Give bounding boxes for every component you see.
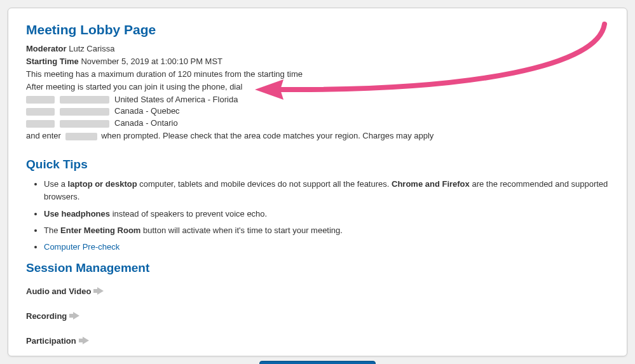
redacted-number: [60, 108, 109, 116]
lobby-card: Meeting Lobby Page Moderator Lutz Cariss…: [8, 8, 627, 356]
redacted-pin: [65, 133, 97, 140]
redacted-number: [26, 108, 55, 116]
precheck-link[interactable]: Computer Pre-check: [44, 242, 119, 252]
page-title: Meeting Lobby Page: [26, 22, 609, 37]
moderator-label: Moderator: [26, 44, 67, 53]
session-item-label: Audio and Video: [26, 286, 91, 296]
session-item-label: Recording: [26, 311, 67, 321]
moderator-line: Moderator Lutz Carissa: [26, 43, 609, 55]
redacted-number: [26, 120, 55, 128]
pin-suffix: when prompted. Please check that the are…: [101, 131, 434, 140]
redacted-number: [60, 120, 109, 128]
pin-line: and enter when prompted. Please check th…: [26, 130, 609, 142]
dial-row: United States of America - Florida: [26, 94, 609, 106]
duration-note: This meeting has a maximum duration of 1…: [26, 68, 609, 81]
tips-list: Use a laptop or desktop computer, tablet…: [26, 178, 609, 253]
arrow-right-icon: [97, 287, 104, 295]
start-time-line: Starting Time November 5, 2019 at 1:00:1…: [26, 55, 609, 68]
session-participation[interactable]: Participation: [26, 336, 609, 346]
dial-row: Canada - Quebec: [26, 105, 609, 118]
session-mgmt-heading: Session Management: [26, 261, 609, 275]
dial-region: Canada - Ontario: [114, 118, 178, 130]
session-audio-video[interactable]: Audio and Video: [26, 286, 609, 296]
session-item-label: Participation: [26, 336, 76, 346]
start-time-label: Starting Time: [26, 57, 79, 66]
arrow-right-icon: [73, 312, 79, 320]
tip-item: Use a laptop or desktop computer, tablet…: [44, 178, 609, 203]
dial-region: United States of America - Florida: [114, 94, 238, 106]
arrow-right-icon: [83, 337, 89, 344]
dial-region: Canada - Quebec: [114, 105, 180, 118]
dial-intro: After meeting is started you can join it…: [26, 81, 609, 93]
enter-meeting-button[interactable]: Enter Meeting Room: [259, 361, 375, 364]
session-recording[interactable]: Recording: [26, 311, 609, 321]
dial-row: Canada - Ontario: [26, 118, 609, 130]
redacted-number: [60, 96, 109, 104]
tip-item: The Enter Meeting Room button will activ…: [44, 224, 609, 237]
redacted-number: [26, 96, 55, 104]
start-time-value: November 5, 2019 at 1:00:10 PM MST: [81, 57, 222, 66]
moderator-value: Lutz Carissa: [69, 44, 114, 53]
tip-item: Computer Pre-check: [44, 241, 609, 253]
dial-list: United States of America - Florida Canad…: [26, 94, 609, 130]
pin-prefix: and enter: [26, 131, 61, 140]
quick-tips-heading: Quick Tips: [26, 158, 609, 172]
tip-item: Use headphones instead of speakers to pr…: [44, 208, 609, 220]
